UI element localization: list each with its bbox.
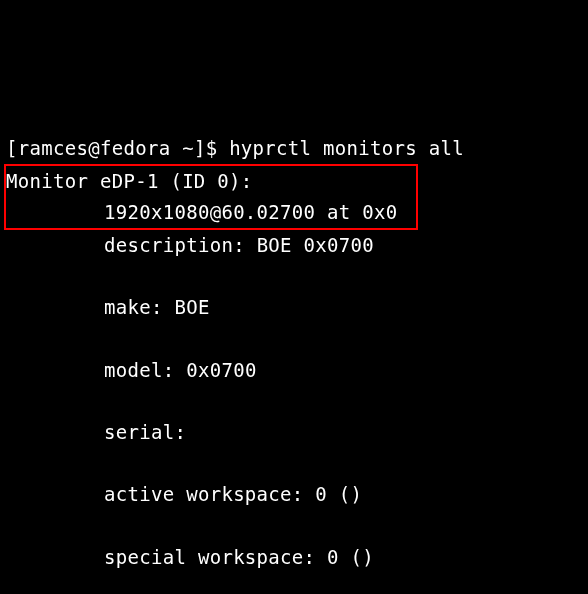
serial-line: serial: xyxy=(6,417,582,448)
monitor-id: 0 xyxy=(217,170,229,192)
active-workspace-line: active workspace: 0 () xyxy=(6,479,582,510)
prompt-line[interactable]: [ramces@fedora ~]$ hyprctl monitors all xyxy=(6,133,582,164)
make-value: BOE xyxy=(174,296,209,318)
model-line: model: 0x0700 xyxy=(6,355,582,386)
active-workspace-value: 0 () xyxy=(315,483,362,505)
description-line: description: BOE 0x0700 xyxy=(6,230,582,261)
prompt-cwd: ~ xyxy=(182,137,194,159)
prompt-user: ramces xyxy=(18,137,88,159)
make-label: make: xyxy=(104,296,163,318)
serial-label: serial: xyxy=(104,421,186,443)
model-value: 0x0700 xyxy=(186,359,256,381)
prompt-symbol: $ xyxy=(206,137,218,159)
highlight-monitor-header: Monitor eDP-1 (ID 0):1920x1080@60.02700 … xyxy=(4,164,418,230)
description-value: BOE 0x0700 xyxy=(257,234,374,256)
monitor-mode: 1920x1080@60.02700 xyxy=(104,201,315,223)
model-label: model: xyxy=(104,359,174,381)
monitor-prefix-label: Monitor xyxy=(6,170,88,192)
id-prefix-label: ID xyxy=(182,170,205,192)
special-workspace-value: 0 () xyxy=(327,546,374,568)
monitor-position: 0x0 xyxy=(362,201,397,223)
command-text: hyprctl monitors all xyxy=(229,137,464,159)
special-workspace-line: special workspace: 0 () xyxy=(6,542,582,573)
prompt-host: fedora xyxy=(100,137,170,159)
special-workspace-label: special workspace: xyxy=(104,546,315,568)
description-label: description: xyxy=(104,234,245,256)
active-workspace-label: active workspace: xyxy=(104,483,304,505)
monitor-name: eDP-1 xyxy=(100,170,159,192)
at-label: at xyxy=(327,201,350,223)
make-line: make: BOE xyxy=(6,292,582,323)
monitor-header-line: Monitor eDP-1 (ID 0): xyxy=(6,166,414,197)
monitor-mode-line: 1920x1080@60.02700 at 0x0 xyxy=(6,197,414,228)
